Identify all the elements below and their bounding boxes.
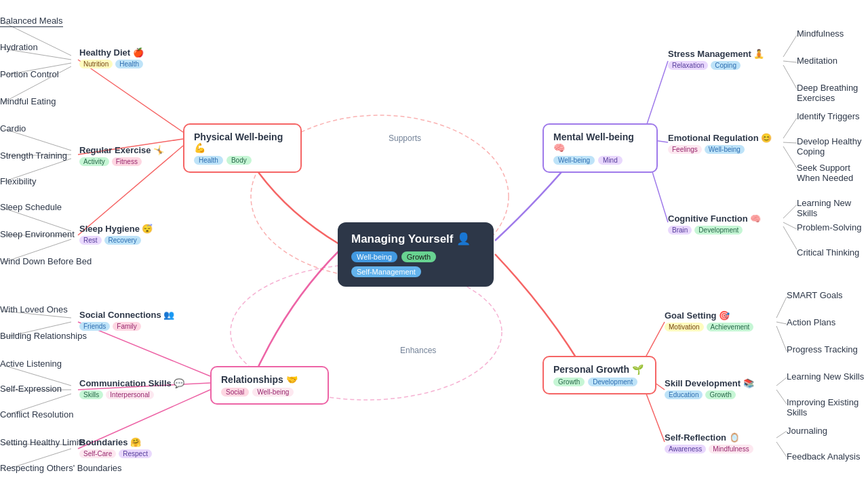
svg-line-40 (776, 326, 787, 351)
physical-tag-health: Health (194, 156, 223, 165)
leaf-setting-healthy-limits: Setting Healthy Limits (0, 437, 85, 447)
social-tag-friends: Friends (79, 322, 110, 331)
leaf-mindful-eating: Mindful Eating (0, 96, 56, 106)
leaf-strength-training: Strength Training (0, 150, 67, 161)
mental-wellbeing-branch: Mental Well-being 🧠 Well-being Mind (542, 123, 658, 173)
stress-management-subnode: Stress Management 🧘 Relaxation Coping (668, 49, 764, 70)
goal-tag-achievement: Achievement (707, 323, 754, 331)
growth-title: Personal Growth 🌱 (553, 364, 646, 375)
leaf-improving-existing: Improving Existing Skills (787, 397, 868, 418)
svg-line-30 (783, 226, 797, 249)
emotional-tag-wellbeing: Well-being (705, 145, 745, 154)
reflection-tag-mindfulness: Mindfulness (709, 445, 753, 453)
skill-tag-education: Education (665, 390, 703, 399)
exercise-tag-activity: Activity (79, 157, 109, 166)
reflection-tag-awareness: Awareness (665, 445, 706, 453)
physical-wellbeing-branch: Physical Well-being 💪 Health Body (183, 123, 302, 173)
supports-label: Supports (389, 134, 421, 143)
svg-line-0 (78, 60, 183, 132)
leaf-learning-new-skills: Learning New Skills (797, 198, 868, 218)
center-tag-selfmanagement: Self-Management (351, 266, 421, 277)
sleep-hygiene-title: Sleep Hygiene 😴 (79, 224, 153, 234)
leaf-hydration: Hydration (0, 42, 38, 52)
mental-title: Mental Well-being 🧠 (553, 131, 647, 153)
self-reflection-subnode: Self-Reflection 🪞 Awareness Mindfulness (665, 432, 753, 453)
healthy-diet-subnode: Healthy Diet 🍎 Nutrition Health (79, 47, 144, 68)
healthy-diet-tag-health: Health (115, 60, 143, 68)
svg-line-27 (783, 146, 797, 168)
svg-line-28 (783, 205, 797, 218)
mental-tag-wellbeing: Well-being (553, 156, 595, 165)
mental-tag-mind: Mind (598, 156, 623, 165)
leaf-problem-solving: Problem-Solving (797, 222, 861, 232)
svg-line-25 (783, 118, 797, 138)
sleep-hygiene-subnode: Sleep Hygiene 😴 Rest Recovery (79, 224, 153, 245)
svg-line-3 (644, 61, 668, 132)
svg-line-38 (776, 297, 787, 318)
leaf-portion-control: Portion Control (0, 69, 59, 79)
relationships-title: Relationships 🤝 (221, 374, 318, 385)
regular-exercise-title: Regular Exercise 🤸 (79, 145, 164, 155)
leaf-seek-support: Seek Support When Needed (797, 163, 868, 183)
leaf-progress-tracking: Progress Tracking (787, 344, 858, 354)
goal-setting-subnode: Goal Setting 🎯 Motivation Achievement (665, 310, 753, 331)
svg-line-22 (783, 35, 797, 57)
cognitive-title: Cognitive Function 🧠 (668, 214, 761, 224)
leaf-sleep-environment: Sleep Environment (0, 229, 75, 239)
center-tag-wellbeing: Well-being (351, 251, 397, 262)
sleep-tag-recovery: Recovery (104, 236, 141, 245)
leaf-feedback-analysis: Feedback Analysis (787, 451, 860, 462)
center-title: Managing Yourself 👤 (351, 232, 480, 246)
boundaries-title: Boundaries 🤗 (79, 437, 152, 447)
svg-line-43 (776, 431, 787, 438)
physical-title: Physical Well-being 💪 (194, 131, 291, 153)
leaf-active-listening: Active Listening (0, 359, 62, 369)
leaf-action-plans: Action Plans (787, 317, 835, 327)
cognitive-function-subnode: Cognitive Function 🧠 Brain Development (668, 214, 761, 235)
boundaries-tag-respect: Respect (119, 449, 152, 458)
svg-line-41 (776, 378, 787, 386)
leaf-self-expression: Self-Expression (0, 384, 62, 394)
leaf-meditation: Meditation (797, 56, 837, 66)
skill-development-subnode: Skill Development 📚 Education Growth (665, 378, 754, 399)
center-tag-growth: Growth (401, 251, 436, 262)
leaf-identify-triggers: Identify Triggers (797, 111, 860, 121)
stress-tag-coping: Coping (711, 61, 741, 70)
leaf-critical-thinking: Critical Thinking (797, 247, 859, 258)
svg-line-44 (776, 442, 787, 457)
relationships-tag-wellbeing: Well-being (252, 388, 294, 396)
sleep-tag-rest: Rest (79, 236, 102, 245)
center-node: Managing Yourself 👤 Well-being Growth Se… (338, 222, 494, 287)
regular-exercise-subnode: Regular Exercise 🤸 Activity Fitness (79, 145, 164, 166)
emotional-title: Emotional Regulation 😊 (668, 133, 772, 143)
leaf-smart-goals: SMART Goals (787, 290, 843, 300)
leaf-mindfulness: Mindfulness (797, 28, 844, 39)
skill-dev-title: Skill Development 📚 (665, 378, 754, 388)
self-reflection-title: Self-Reflection 🪞 (665, 432, 753, 443)
boundaries-tag-selfcare: Self-Care (79, 449, 116, 458)
goal-tag-motivation: Motivation (665, 323, 704, 331)
leaf-conflict-resolution: Conflict Resolution (0, 409, 73, 420)
communication-skills-subnode: Communication Skills 💬 Skills Interperso… (79, 378, 184, 399)
cognitive-tag-development: Development (694, 226, 743, 235)
leaf-sleep-schedule: Sleep Schedule (0, 202, 62, 212)
leaf-respecting-boundaries: Respecting Others' Boundaries (0, 463, 122, 473)
leaf-balanced-meals: Balanced Meals (0, 16, 63, 27)
leaf-deep-breathing: Deep Breathing Exercises (797, 83, 868, 103)
social-title: Social Connections 👥 (79, 310, 174, 320)
communication-tag-interpersonal: Interpersonal (106, 390, 153, 399)
leaf-cardio: Cardio (0, 123, 26, 134)
communication-tag-skills: Skills (79, 390, 103, 399)
relationships-tag-social: Social (221, 388, 249, 396)
svg-line-42 (776, 390, 787, 404)
emotional-tag-feelings: Feelings (668, 145, 702, 154)
stress-title: Stress Management 🧘 (668, 49, 764, 59)
healthy-diet-tag-nutrition: Nutrition (79, 60, 113, 68)
growth-tag-development: Development (588, 378, 637, 386)
svg-line-26 (783, 142, 797, 143)
svg-line-24 (783, 65, 797, 89)
growth-tag-growth: Growth (553, 378, 585, 386)
emotional-regulation-subnode: Emotional Regulation 😊 Feelings Well-bei… (668, 133, 772, 154)
social-connections-subnode: Social Connections 👥 Friends Family (79, 310, 174, 331)
social-tag-family: Family (113, 322, 140, 331)
